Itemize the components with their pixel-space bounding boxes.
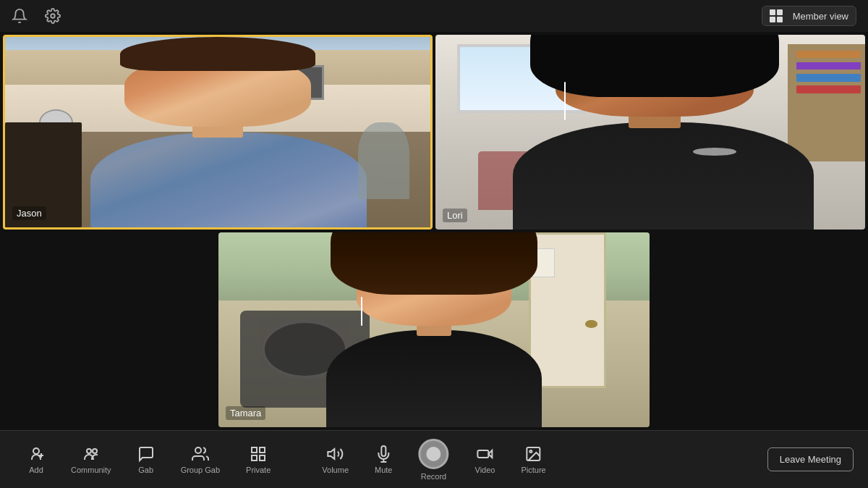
gab-button[interactable]: Gab (124, 439, 168, 480)
svg-rect-9 (252, 455, 257, 460)
record-circle-icon (418, 439, 448, 469)
private-button[interactable]: Private (233, 439, 284, 480)
volume-label: Volume (322, 466, 349, 474)
participant-name-tamara: Tamara (226, 406, 265, 420)
svg-point-6 (195, 447, 201, 453)
gab-icon (137, 445, 155, 463)
volume-button[interactable]: Volume (309, 439, 362, 480)
picture-icon (525, 445, 542, 463)
mute-label: Mute (375, 466, 392, 474)
grid-view-icon (770, 9, 783, 22)
video-cell-tamara: Tamara (218, 232, 650, 427)
add-icon (27, 445, 45, 463)
leave-meeting-button[interactable]: Leave Meeting (767, 447, 854, 471)
top-bar-left (12, 8, 61, 24)
svg-point-1 (33, 448, 39, 454)
svg-rect-8 (260, 447, 265, 453)
volume-icon (327, 445, 344, 463)
video-cell-lori: Lori (435, 35, 865, 230)
participant-name-jason: Jason (12, 206, 46, 220)
community-label: Community (71, 466, 111, 474)
video-label: Video (475, 466, 495, 474)
member-view-label: Member view (793, 11, 848, 22)
group-gab-label: Group Gab (181, 466, 220, 474)
mute-icon (375, 445, 392, 463)
private-icon (250, 445, 267, 463)
private-label: Private (246, 466, 271, 474)
bell-icon[interactable] (12, 8, 27, 24)
toolbar: Add Community Gab (0, 430, 868, 488)
community-icon (82, 445, 100, 463)
top-bar: Member view (0, 0, 868, 32)
gear-icon[interactable] (45, 8, 61, 24)
record-button[interactable]: Record (405, 433, 461, 487)
svg-point-17 (530, 450, 532, 453)
svg-point-5 (93, 449, 97, 453)
svg-point-0 (51, 14, 55, 18)
member-view-button[interactable]: Member view (762, 6, 856, 26)
picture-label: Picture (521, 466, 545, 474)
record-inner-icon (426, 447, 441, 461)
svg-rect-14 (477, 450, 488, 458)
video-button[interactable]: Video (461, 439, 508, 480)
add-label: Add (29, 466, 43, 474)
toolbar-right: Leave Meeting (767, 447, 854, 471)
community-button[interactable]: Community (58, 439, 124, 480)
group-gab-button[interactable]: Group Gab (168, 439, 233, 480)
svg-point-4 (87, 449, 91, 453)
video-icon (476, 445, 493, 463)
picture-button[interactable]: Picture (508, 439, 558, 480)
mute-button[interactable]: Mute (362, 439, 405, 480)
toolbar-center-buttons: Volume Mute Record Video (309, 433, 558, 487)
video-cell-jason: Jason (3, 35, 433, 230)
gab-label: Gab (138, 466, 153, 474)
participant-name-lori: Lori (443, 209, 467, 222)
svg-rect-10 (260, 455, 265, 460)
group-gab-icon (192, 445, 209, 463)
record-label: Record (421, 472, 446, 481)
video-grid: Jason Lo (0, 32, 868, 430)
svg-rect-7 (252, 447, 257, 453)
toolbar-left-buttons: Add Community Gab (14, 439, 284, 480)
svg-marker-11 (328, 449, 335, 459)
add-button[interactable]: Add (14, 439, 58, 480)
